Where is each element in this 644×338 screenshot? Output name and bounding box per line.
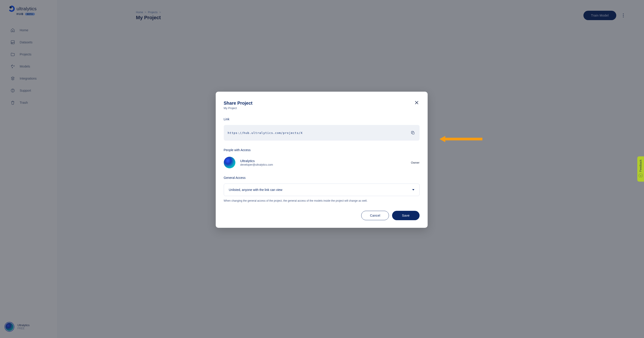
person-avatar — [224, 157, 236, 168]
chevron-down-icon — [412, 189, 414, 190]
close-button[interactable] — [413, 99, 420, 106]
general-access-label: General Access — [224, 176, 420, 180]
modal-overlay[interactable]: Share Project My Project Link https://hu… — [0, 0, 644, 338]
cancel-button[interactable]: Cancel — [361, 211, 389, 220]
person-info: Ultralytics developer@ultralytics.com — [240, 159, 273, 166]
svg-rect-8 — [412, 132, 414, 134]
general-access-help: When changing the general access of the … — [224, 199, 420, 203]
share-link-text[interactable]: https://hub.ultralytics.com/projects/X — [228, 131, 410, 134]
general-access-select[interactable]: Unlisted, anyone with the link can view — [224, 184, 420, 196]
person-name: Ultralytics — [240, 159, 273, 163]
save-button[interactable]: Save — [392, 211, 419, 220]
link-section-label: Link — [224, 117, 420, 121]
people-section-label: People with Access — [224, 148, 420, 152]
app-root: ultralytics HUB BETA Home Datasets — [0, 0, 644, 338]
modal-actions: Cancel Save — [224, 211, 420, 220]
link-box: https://hub.ultralytics.com/projects/X — [224, 125, 420, 140]
people-row: Ultralytics developer@ultralytics.com Ow… — [224, 157, 420, 168]
copy-icon — [411, 131, 415, 135]
copy-link-button[interactable] — [410, 130, 416, 136]
person-role: Owner — [411, 161, 419, 164]
people-left: Ultralytics developer@ultralytics.com — [224, 157, 273, 168]
general-access-value: Unlisted, anyone with the link can view — [229, 188, 282, 192]
feedback-tab[interactable]: Feedback ☺ — [637, 156, 644, 182]
modal-title: Share Project — [224, 100, 420, 106]
modal-subtitle: My Project — [224, 107, 420, 110]
feedback-label: Feedback — [639, 160, 642, 172]
close-icon — [415, 100, 419, 104]
share-project-modal: Share Project My Project Link https://hu… — [216, 92, 428, 228]
person-email: developer@ultralytics.com — [240, 163, 273, 166]
feedback-icon: ☺ — [639, 174, 643, 178]
